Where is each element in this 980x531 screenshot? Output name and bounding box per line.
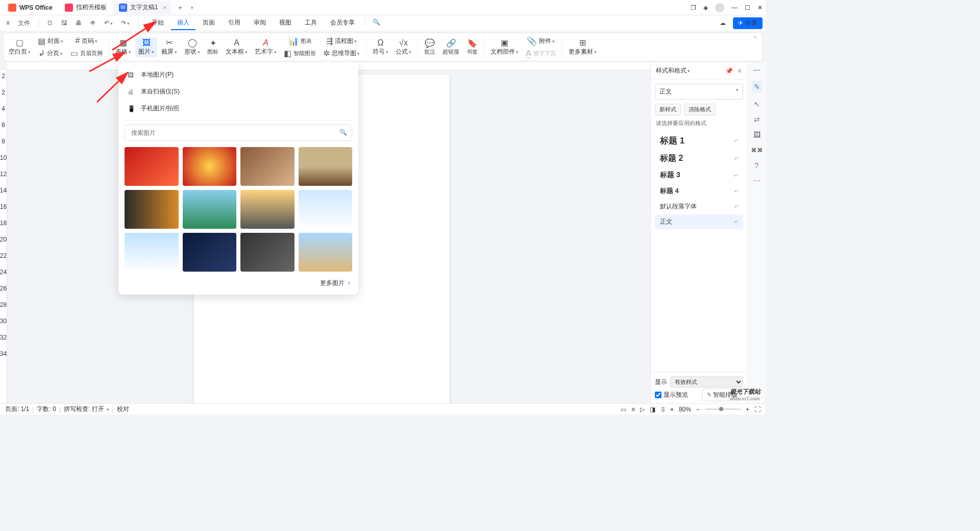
rb-more[interactable]: ⊞更多素材▾ [566, 37, 600, 57]
style-item[interactable]: 正文↵ [655, 214, 743, 229]
select-tool-icon[interactable]: ↖ [754, 100, 760, 108]
style-item[interactable]: 标题 1↵ [655, 132, 743, 150]
image-thumb[interactable] [240, 190, 295, 229]
rb-symbol[interactable]: Ω符号▾ [370, 37, 391, 57]
dd-phone[interactable]: 📱手机图片/拍照 [118, 100, 358, 117]
share-button[interactable]: ✈ 分享 [733, 17, 763, 29]
sb-view2-icon[interactable]: ≡ [631, 406, 635, 413]
more-tools-icon[interactable]: ⋯ [753, 177, 761, 185]
multiwin-icon[interactable]: ❐ [691, 4, 696, 11]
rb-shape[interactable]: ◯形状▾ [181, 37, 203, 57]
style-item[interactable]: 默认段落字体↵ [655, 199, 743, 214]
rb-flowchart[interactable]: ⇶流程图▾ [320, 35, 363, 46]
image-thumb[interactable] [299, 233, 353, 272]
style-item[interactable]: 标题 3↵ [655, 167, 743, 183]
cloud-icon[interactable]: ☁ [717, 17, 729, 29]
dd-local-picture[interactable]: 🖼本地图片(P) [118, 66, 358, 83]
sb-page[interactable]: 页面: 1/1 [5, 405, 29, 414]
close-panel-icon[interactable]: ✕ [737, 67, 742, 75]
save-icon[interactable]: 🖫 [58, 17, 70, 29]
new-icon[interactable]: 🗋 [44, 17, 56, 29]
close-window-icon[interactable]: ✕ [757, 4, 763, 11]
tab-view[interactable]: 视图 [273, 16, 298, 30]
sb-words[interactable]: 字数: 0 [37, 405, 56, 414]
ribbon-collapse-icon[interactable]: ⌃ [753, 35, 758, 42]
rb-smartart[interactable]: ◧智能图形 [281, 47, 319, 59]
new-style-button[interactable]: 新样式 [655, 104, 681, 115]
zoom-in-icon[interactable]: + [746, 406, 749, 413]
avatar-icon[interactable] [715, 3, 724, 12]
show-filter-select[interactable]: 有效样式 [670, 376, 743, 388]
file-menu[interactable]: 文件 [15, 17, 33, 30]
close-tab-icon[interactable]: × [163, 4, 166, 11]
image-thumb[interactable] [240, 233, 295, 272]
search-input[interactable] [125, 125, 352, 141]
image-thumb[interactable] [125, 233, 179, 272]
pin-icon[interactable]: 📌 [725, 67, 733, 75]
rb-icon[interactable]: ✦图标 [204, 38, 222, 57]
print-icon[interactable]: 🖶 [72, 17, 85, 29]
rb-wordart[interactable]: A艺术字▾ [252, 37, 280, 57]
rb-pagebreak[interactable]: ↲分页▾ [35, 47, 66, 59]
help-icon[interactable]: ? [755, 161, 759, 170]
rb-bookmark[interactable]: 🔖书签 [463, 38, 481, 57]
sb-proof[interactable]: 校对 [117, 405, 129, 414]
tab-menu-caret[interactable]: ▾ [188, 5, 197, 10]
image-thumb[interactable] [125, 190, 179, 229]
dd-scanner[interactable]: 🖨来自扫描仪(S) [118, 83, 358, 100]
zoom-slider[interactable] [705, 408, 741, 410]
settings-tool-icon[interactable]: ⇄ [754, 115, 760, 124]
image-thumb[interactable] [183, 233, 237, 272]
rb-textbox[interactable]: A文本框▾ [223, 37, 251, 57]
rb-cover[interactable]: ▤封面▾ [35, 35, 66, 46]
cube-icon[interactable]: ◈ [703, 4, 708, 11]
tab-insert[interactable]: 插入 [171, 16, 195, 30]
tab-member[interactable]: 会员专享 [324, 16, 361, 30]
image-thumb[interactable] [299, 147, 353, 186]
sb-view3-icon[interactable]: ▷ [640, 406, 645, 413]
sb-link-icon[interactable]: 𝔖 [660, 406, 665, 413]
image-thumb[interactable] [125, 147, 179, 186]
current-style-select[interactable]: 正文▾ [655, 84, 743, 100]
tools-icon[interactable]: ✖✖ [751, 146, 763, 154]
style-item[interactable]: 标题 2↵ [655, 150, 743, 167]
rb-pagenum[interactable]: #页码▾ [67, 35, 106, 46]
tab-review[interactable]: 审阅 [248, 16, 272, 30]
collapse-rail-icon[interactable]: — [753, 65, 761, 74]
menu-icon[interactable]: ≡ [3, 17, 13, 29]
sb-focus-icon[interactable]: ⌖ [670, 406, 674, 413]
rb-mindmap[interactable]: ✲思维导图▾ [320, 47, 363, 59]
style-item[interactable]: 标题 4↵ [655, 183, 743, 199]
clear-format-button[interactable]: 清除格式 [684, 104, 716, 115]
zoom-out-icon[interactable]: − [696, 406, 700, 413]
app-tab[interactable]: WPS Office [3, 1, 58, 14]
image-thumb[interactable] [183, 147, 237, 186]
rb-blankpage[interactable]: ▢空白页▾ [6, 37, 34, 57]
add-tab-button[interactable]: ＋ [174, 3, 187, 12]
sb-spell[interactable]: 拼写检查: 打开 ▾ [64, 405, 109, 414]
image-thumb[interactable] [240, 147, 295, 186]
doc-tab[interactable]: W 文字文稿1 × [114, 1, 172, 14]
sb-zoom[interactable]: 80% [679, 406, 691, 413]
gallery-tool-icon[interactable]: 🖼 [753, 131, 761, 139]
search-icon[interactable]: 🔍 [339, 129, 347, 136]
tab-page[interactable]: 页面 [197, 16, 221, 30]
rb-formula[interactable]: √x公式▾ [393, 37, 414, 57]
print-preview-icon[interactable]: 👁 [87, 17, 99, 29]
edit-tool-icon[interactable]: ✎ [752, 81, 762, 93]
dd-more-images[interactable]: 更多图片 › [118, 274, 358, 291]
maximize-icon[interactable]: ☐ [745, 4, 750, 11]
tab-tools[interactable]: 工具 [299, 16, 323, 30]
image-thumb[interactable] [299, 190, 353, 229]
search-icon[interactable]: 🔍 [370, 16, 383, 30]
image-thumb[interactable] [183, 190, 237, 229]
template-tab[interactable]: 找稻壳模板 [60, 1, 112, 14]
rb-docparts[interactable]: ▣文档部件▾ [487, 37, 522, 57]
rb-chart[interactable]: 📊图表 [281, 35, 319, 46]
sb-view4-icon[interactable]: ◨ [650, 406, 655, 413]
rb-hyperlink[interactable]: 🔗超链接 [439, 38, 462, 57]
sb-view1-icon[interactable]: ▭ [621, 406, 626, 413]
rb-comment[interactable]: 💬批注 [421, 38, 438, 57]
sb-fullscreen-icon[interactable]: ⛶ [754, 406, 761, 413]
rb-attachment[interactable]: 📎附件▾ [523, 35, 559, 46]
